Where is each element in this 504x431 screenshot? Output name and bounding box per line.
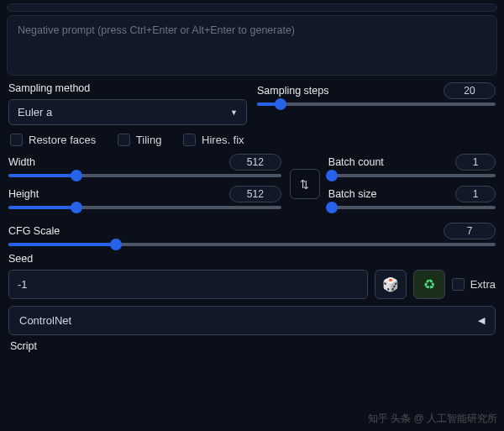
sampling-steps-value[interactable]: 20 <box>444 82 496 99</box>
script-label: Script <box>10 340 494 352</box>
batch-size-value[interactable]: 1 <box>455 186 496 202</box>
seed-reuse-button[interactable]: ♻ <box>413 270 445 299</box>
batch-size-slider[interactable] <box>328 206 496 209</box>
watermark-text: 知乎 头条 @ 人工智能研究所 <box>368 412 497 426</box>
width-value[interactable]: 512 <box>229 154 281 171</box>
sampling-steps-label: Sampling steps <box>257 85 328 97</box>
batch-count-slider[interactable] <box>328 174 496 177</box>
cfg-scale-label: CFG Scale <box>8 225 60 237</box>
swap-icon: ⇅ <box>300 178 309 191</box>
tiling-checkbox[interactable]: Tiling <box>118 134 162 146</box>
cfg-scale-value[interactable]: 7 <box>444 223 496 239</box>
prompt-textarea[interactable] <box>7 3 497 12</box>
swap-dimensions-button[interactable]: ⇅ <box>290 169 320 199</box>
height-value[interactable]: 512 <box>229 186 281 202</box>
sampling-method-value: Euler a <box>18 106 52 118</box>
chevron-left-icon: ◀ <box>478 315 485 326</box>
width-slider[interactable] <box>8 174 281 177</box>
batch-count-value[interactable]: 1 <box>455 154 496 171</box>
batch-count-label: Batch count <box>328 156 384 168</box>
hires-fix-checkbox[interactable]: Hires. fix <box>183 134 244 146</box>
height-slider[interactable] <box>8 206 281 209</box>
sampling-steps-slider[interactable] <box>257 102 496 106</box>
sampling-method-label: Sampling method <box>8 82 247 94</box>
dice-icon: 🎲 <box>382 276 399 292</box>
negative-prompt-textarea[interactable]: Negative prompt (press Ctrl+Enter or Alt… <box>7 15 497 76</box>
width-label: Width <box>8 156 35 168</box>
cfg-scale-slider[interactable] <box>8 243 496 246</box>
batch-size-label: Batch size <box>328 188 377 200</box>
recycle-icon: ♻ <box>423 276 435 292</box>
chevron-down-icon: ▼ <box>230 108 238 117</box>
height-label: Height <box>8 188 39 200</box>
negative-prompt-placeholder: Negative prompt (press Ctrl+Enter or Alt… <box>18 24 295 36</box>
controlnet-accordion[interactable]: ControlNet ◀ <box>8 306 496 335</box>
seed-label: Seed <box>8 253 496 265</box>
seed-input[interactable]: -1 <box>8 270 368 299</box>
restore-faces-checkbox[interactable]: Restore faces <box>10 134 96 146</box>
seed-extra-checkbox[interactable]: Extra <box>452 278 496 291</box>
controlnet-label: ControlNet <box>19 314 71 327</box>
seed-random-button[interactable]: 🎲 <box>375 270 407 299</box>
sampling-method-select[interactable]: Euler a ▼ <box>8 99 247 125</box>
